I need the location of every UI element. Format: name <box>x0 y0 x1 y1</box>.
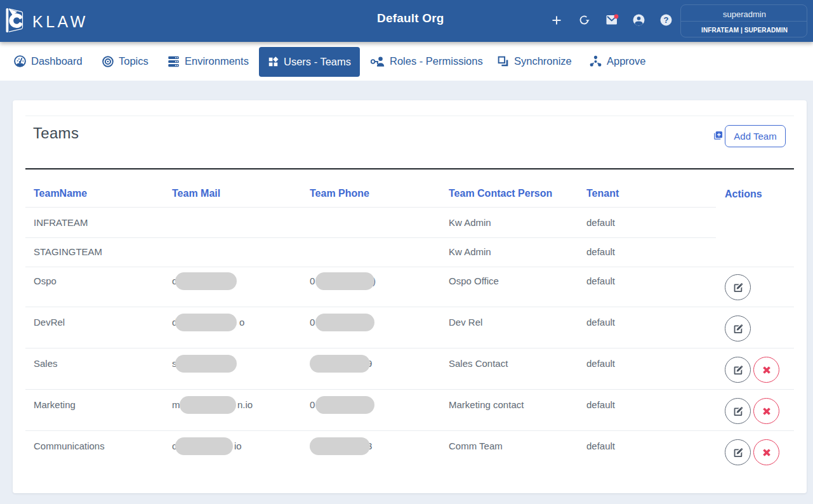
svg-text:?: ? <box>664 15 669 25</box>
